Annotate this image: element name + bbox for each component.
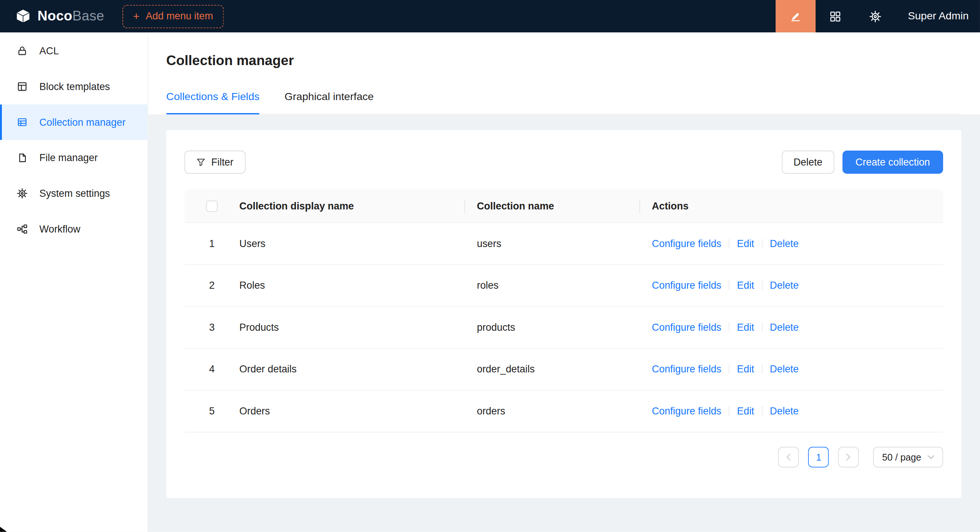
app-grid-icon bbox=[829, 10, 841, 22]
top-bar: NocoBase + Add menu item bbox=[0, 0, 980, 32]
delete-link[interactable]: Delete bbox=[770, 238, 799, 249]
sidebar-item-collection-manager[interactable]: Collection manager bbox=[0, 105, 147, 140]
card-toolbar: Filter Delete Create collection bbox=[185, 151, 943, 174]
logo-cube-icon bbox=[14, 8, 32, 25]
sidebar-item-label: System settings bbox=[40, 188, 110, 199]
delete-link[interactable]: Delete bbox=[770, 280, 799, 291]
delete-link[interactable]: Delete bbox=[770, 405, 799, 416]
prev-page-button[interactable] bbox=[778, 447, 799, 467]
tab-collections-and-fields[interactable]: Collections & Fields bbox=[166, 90, 260, 114]
collection-display-name-cell: Roles bbox=[239, 280, 477, 291]
chevron-left-icon bbox=[786, 453, 791, 461]
row-index: 4 bbox=[185, 364, 240, 375]
action-separator bbox=[729, 322, 730, 332]
page-title: Collection manager bbox=[166, 51, 961, 70]
edit-link[interactable]: Edit bbox=[737, 280, 754, 291]
sidebar-item-label: Block templates bbox=[40, 81, 110, 92]
chevron-right-icon bbox=[846, 453, 852, 461]
collection-name-cell: roles bbox=[477, 280, 652, 291]
filter-icon bbox=[196, 157, 205, 167]
configure-fields-link[interactable]: Configure fields bbox=[652, 238, 721, 249]
chevron-down-icon bbox=[928, 455, 934, 459]
action-separator bbox=[762, 322, 762, 332]
select-all-checkbox[interactable] bbox=[206, 200, 217, 211]
sidebar-item-label: Collection manager bbox=[40, 116, 126, 128]
sidebar-item-workflow[interactable]: Workflow bbox=[0, 211, 147, 247]
tab-graphical-interface[interactable]: Graphical interface bbox=[285, 90, 374, 114]
edit-link[interactable]: Edit bbox=[737, 322, 754, 333]
table-row: 3 Products products Configure fieldsEdit… bbox=[185, 307, 943, 349]
nocobase-logo[interactable]: NocoBase bbox=[14, 8, 104, 25]
configure-fields-link[interactable]: Configure fields bbox=[652, 280, 721, 291]
edit-link[interactable]: Edit bbox=[737, 405, 754, 416]
row-actions: Configure fieldsEditDelete bbox=[652, 322, 943, 333]
collection-display-name-cell: Products bbox=[239, 322, 477, 333]
pagination: 1 50 / page bbox=[185, 447, 943, 467]
sidebar-item-system-settings[interactable]: System settings bbox=[0, 176, 147, 211]
top-bar-right: Super Admin bbox=[775, 0, 980, 32]
sidebar-item-block-templates[interactable]: Block templates bbox=[0, 69, 147, 105]
sidebar-item-file-manager[interactable]: File manager bbox=[0, 140, 147, 176]
row-index: 2 bbox=[185, 280, 240, 291]
layout-icon bbox=[17, 81, 27, 92]
settings-button[interactable] bbox=[855, 0, 896, 32]
collection-display-name-cell: Orders bbox=[239, 405, 477, 417]
page-size-value: 50 / page bbox=[882, 452, 921, 462]
delete-link[interactable]: Delete bbox=[770, 322, 799, 333]
action-separator bbox=[729, 406, 730, 416]
create-collection-button[interactable]: Create collection bbox=[842, 151, 943, 174]
user-menu[interactable]: Super Admin bbox=[896, 10, 980, 23]
row-actions: Configure fieldsEditDelete bbox=[652, 364, 943, 375]
configure-fields-link[interactable]: Configure fields bbox=[652, 405, 721, 416]
table-header-row: Collection display name Collection name … bbox=[185, 189, 943, 223]
sidebar-item-label: File manager bbox=[40, 152, 98, 163]
page-1-button[interactable]: 1 bbox=[808, 447, 829, 467]
action-separator bbox=[762, 406, 762, 416]
filter-button[interactable]: Filter bbox=[185, 151, 245, 174]
plugin-manager-button[interactable] bbox=[816, 0, 856, 32]
sidebar-item-acl[interactable]: ACL bbox=[0, 33, 147, 69]
sidebar: ACL Block templates Collection manager bbox=[0, 32, 148, 532]
configure-fields-link[interactable]: Configure fields bbox=[652, 322, 721, 333]
app-window: NocoBase + Add menu item bbox=[0, 0, 980, 532]
action-separator bbox=[762, 364, 762, 373]
collection-name-cell: order_details bbox=[477, 364, 652, 375]
table-row: 4 Order details order_details Configure … bbox=[185, 349, 943, 391]
row-index: 3 bbox=[185, 322, 240, 333]
highlight-pen-icon bbox=[789, 10, 802, 23]
collection-name-cell: users bbox=[477, 238, 652, 249]
delete-link[interactable]: Delete bbox=[770, 364, 799, 375]
tab-bar: Collections & Fields Graphical interface bbox=[166, 90, 961, 114]
column-header-display-name: Collection display name bbox=[239, 200, 477, 211]
layout: ACL Block templates Collection manager bbox=[0, 32, 980, 532]
row-actions: Configure fieldsEditDelete bbox=[652, 405, 943, 417]
row-index: 1 bbox=[185, 238, 240, 249]
row-actions: Configure fieldsEditDelete bbox=[652, 280, 943, 291]
gear-icon bbox=[17, 188, 27, 199]
collection-display-name-cell: Order details bbox=[239, 364, 477, 375]
row-actions: Configure fieldsEditDelete bbox=[652, 238, 943, 249]
content-area: Filter Delete Create collection Collecti… bbox=[148, 114, 980, 532]
action-separator bbox=[729, 281, 730, 290]
configure-fields-link[interactable]: Configure fields bbox=[652, 364, 721, 375]
add-menu-item-button[interactable]: + Add menu item bbox=[123, 5, 224, 28]
add-menu-item-label: Add menu item bbox=[146, 11, 213, 22]
toolbar-right: Delete Create collection bbox=[782, 151, 943, 174]
edit-link[interactable]: Edit bbox=[737, 238, 754, 249]
filter-label: Filter bbox=[211, 157, 234, 168]
sidebar-item-label: Workflow bbox=[40, 224, 80, 235]
delete-button[interactable]: Delete bbox=[782, 151, 835, 174]
edit-link[interactable]: Edit bbox=[737, 364, 754, 375]
table-row: 2 Roles roles Configure fieldsEditDelete bbox=[185, 265, 943, 307]
ui-editor-button[interactable] bbox=[775, 0, 816, 32]
collections-card: Filter Delete Create collection Collecti… bbox=[166, 130, 961, 498]
action-separator bbox=[729, 239, 730, 248]
column-header-actions: Actions bbox=[652, 200, 943, 211]
collection-display-name-cell: Users bbox=[239, 238, 477, 249]
next-page-button[interactable] bbox=[838, 447, 859, 467]
page-head: Collection manager Collections & Fields … bbox=[148, 32, 980, 114]
sidebar-item-label: ACL bbox=[40, 45, 59, 57]
collection-name-cell: orders bbox=[477, 405, 652, 417]
lock-icon bbox=[17, 46, 27, 57]
page-size-select[interactable]: 50 / page bbox=[873, 447, 943, 467]
